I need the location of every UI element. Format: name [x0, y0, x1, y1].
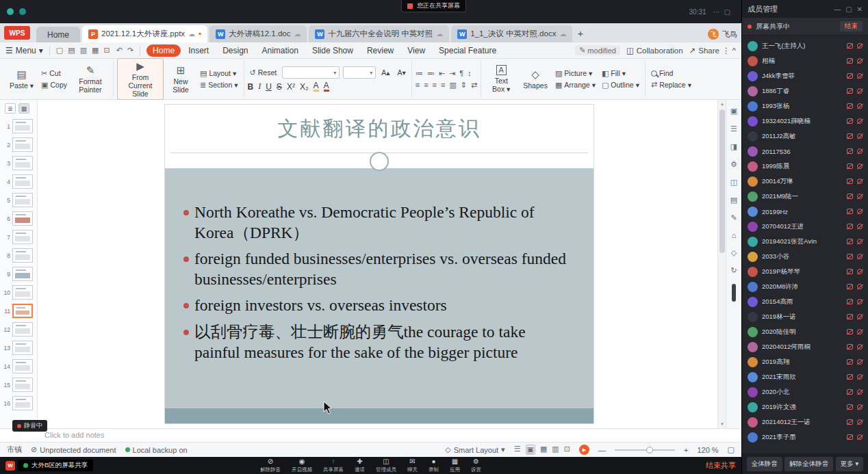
member-row[interactable]: 2033小谷	[742, 249, 868, 264]
redo-icon[interactable]: ↷	[127, 46, 133, 55]
user-account[interactable]: 飞 飞鸟	[708, 29, 737, 40]
more-icon[interactable]: ⋯	[713, 8, 720, 16]
zoom-value[interactable]: 120 %	[697, 446, 718, 454]
screen-share-banner[interactable]: 您正在共享屏幕	[401, 0, 466, 12]
canvas-scrollbar[interactable]: ▴ ▾	[717, 100, 726, 428]
slide-thumbnail[interactable]: 6	[0, 209, 37, 228]
camera-off-icon[interactable]	[847, 344, 853, 350]
camera-off-icon[interactable]	[847, 404, 853, 410]
zoom-out-button[interactable]: —	[598, 446, 606, 454]
slide-bullet[interactable]: foreign funded businesses/enterprises vs…	[183, 249, 567, 289]
camera-off-icon[interactable]	[847, 194, 853, 199]
member-row[interactable]: 20199Hz	[742, 204, 868, 219]
camera-off-icon[interactable]	[847, 224, 853, 229]
fill-button[interactable]: ◧Fill ▾	[600, 69, 641, 78]
mic-off-icon[interactable]	[857, 374, 863, 380]
slide-thumbnail[interactable]: 7	[0, 228, 37, 246]
wps-logo[interactable]: WPS	[4, 26, 30, 40]
paragraph-tool-icon[interactable]: ¶	[459, 69, 463, 78]
font-family-select[interactable]: ▾	[282, 66, 340, 79]
member-row[interactable]: 20014万琳	[742, 174, 868, 189]
ribbon-tab[interactable]: Review	[361, 44, 400, 57]
mic-off-icon[interactable]	[857, 419, 863, 425]
camera-off-icon[interactable]	[847, 163, 853, 169]
meeting-control-button[interactable]: ✚ 邀请	[355, 458, 365, 473]
member-row[interactable]: 2020陆佳明	[742, 324, 868, 339]
meeting-control-button[interactable]: ● 录制	[429, 458, 439, 473]
panel-footer-button[interactable]: 解除全体静音	[784, 457, 833, 471]
zoom-slider[interactable]	[615, 449, 675, 451]
mic-off-icon[interactable]	[857, 88, 863, 94]
find-button[interactable]: Find	[649, 69, 693, 77]
stop-share-chip[interactable]: 结束	[840, 21, 863, 31]
smart-layout-button[interactable]: ◇ Smart Layout ▾	[445, 445, 505, 454]
slide-thumbnail[interactable]: 14	[0, 357, 37, 376]
slide-bullet[interactable]: foreign investors vs. overseas investors	[183, 295, 567, 316]
mic-off-icon[interactable]	[857, 344, 863, 350]
slide-thumbnail[interactable]: 16	[0, 394, 37, 412]
taskbar-app-icon[interactable]: W	[5, 461, 15, 471]
backup-status[interactable]: Local backup on	[125, 446, 188, 454]
member-row[interactable]: 20214012王一诺	[742, 414, 868, 430]
new-slide-button[interactable]: ⊞ New Slide	[166, 63, 196, 95]
mic-off-icon[interactable]	[857, 103, 863, 109]
camera-off-icon[interactable]	[847, 103, 853, 109]
mic-off-icon[interactable]	[857, 299, 863, 304]
maximize-icon[interactable]: ▢	[724, 8, 730, 16]
slide-thumbnail[interactable]: 8	[0, 246, 37, 265]
mute-floating-badge[interactable]: 静音中	[12, 420, 47, 432]
paragraph-tool-icon[interactable]: ⇤	[439, 69, 445, 78]
mic-off-icon[interactable]	[857, 284, 863, 289]
home-launcher-tab[interactable]: Home	[36, 27, 80, 42]
slide-body[interactable]: North Koreathe vs. Democratic People’s R…	[165, 168, 593, 408]
alignment-tool-icon[interactable]: ⇕	[461, 81, 467, 90]
cut-button[interactable]: ✂Cut	[39, 69, 69, 78]
member-row[interactable]: 相楠	[742, 53, 868, 68]
mic-off-icon[interactable]	[857, 118, 863, 124]
slide-title[interactable]: 文献翻译的政治意识	[278, 115, 481, 143]
layout-button[interactable]: ▤Layout ▾	[198, 69, 240, 78]
mic-off-icon[interactable]	[857, 434, 863, 440]
mic-off-icon[interactable]	[857, 194, 863, 199]
meeting-control-button[interactable]: ✉ 聊天	[407, 458, 418, 473]
ribbon-tab[interactable]: Design	[216, 44, 254, 57]
slides-view-toggle[interactable]: ▦	[18, 103, 29, 114]
member-row[interactable]: 2011J2高敏	[742, 129, 868, 144]
member-row[interactable]: 2019P杨琴琴	[742, 264, 868, 279]
mic-off-icon[interactable]	[857, 389, 863, 395]
mic-off-icon[interactable]	[857, 254, 863, 259]
ribbon-tab[interactable]: Slide Show	[306, 44, 359, 57]
camera-off-icon[interactable]	[847, 43, 853, 49]
meeting-control-button[interactable]: ↑ 共享屏幕	[323, 458, 344, 473]
alignment-tool-icon[interactable]: ▥	[449, 81, 456, 90]
slide-bullet[interactable]: 以刮骨疗毒、壮士断腕的勇气the courage to take painful…	[183, 322, 567, 363]
mic-off-icon[interactable]	[857, 269, 863, 274]
member-row[interactable]: 2020M8许沛	[742, 279, 868, 294]
panel-footer-button[interactable]: 全体静音	[747, 457, 782, 471]
mic-off-icon[interactable]	[857, 404, 863, 410]
font-size-select[interactable]: ▾	[343, 66, 376, 79]
screen-share-indicator[interactable]: 大外B区的屏幕共享	[18, 460, 93, 471]
mic-off-icon[interactable]	[857, 58, 863, 64]
paragraph-tool-icon[interactable]: ⇥	[449, 69, 455, 78]
arrange-button[interactable]: ▦Arrange ▾	[553, 81, 598, 90]
mic-off-icon[interactable]	[857, 209, 863, 214]
camera-off-icon[interactable]	[847, 374, 853, 380]
view-mode-icon[interactable]: ⊡	[564, 445, 570, 455]
scrollbar-thumb[interactable]	[719, 109, 725, 253]
strip-scrollbar-thumb[interactable]	[732, 284, 736, 302]
member-row[interactable]: 1886丁睿	[742, 83, 868, 98]
slide[interactable]: 文献翻译的政治意识 North Koreathe vs. Democratic …	[164, 104, 594, 424]
slide-thumbnail[interactable]: 11	[0, 302, 37, 320]
camera-off-icon[interactable]	[847, 284, 853, 289]
camera-off-icon[interactable]	[847, 314, 853, 319]
side-panel-icon[interactable]: ▤	[730, 196, 737, 205]
new-tab-button[interactable]: +	[577, 27, 583, 39]
notes-bar[interactable]: Click to add notes	[0, 428, 741, 442]
stop-share-icon[interactable]	[407, 3, 413, 9]
bold-button[interactable]: B	[248, 82, 254, 92]
from-current-slide-button[interactable]: ▶ From Current Slide	[117, 58, 164, 100]
underline-button[interactable]: U	[266, 82, 272, 92]
member-row[interactable]: 2019高翔	[742, 354, 868, 369]
member-row[interactable]: 20194021张芸AvIn	[742, 234, 868, 249]
